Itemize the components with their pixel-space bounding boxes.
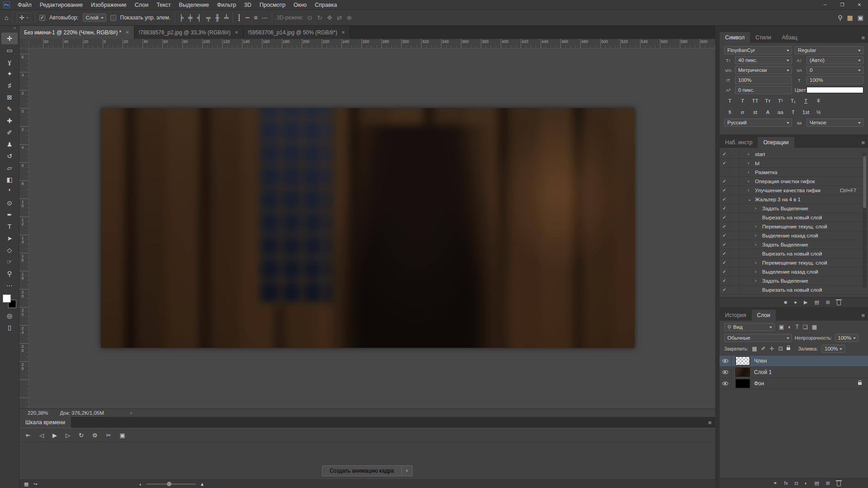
actions-scrollbar[interactable] <box>863 152 867 288</box>
new-group-icon[interactable]: ▤ <box>814 481 819 486</box>
workspace-icon[interactable]: ▦ <box>847 14 853 21</box>
underline-button[interactable]: T <box>800 96 811 105</box>
frame-tool[interactable]: ⊠ <box>1 91 18 103</box>
action-dialog-toggle[interactable] <box>730 204 740 213</box>
path-selection-tool[interactable]: ➤ <box>1 232 18 244</box>
action-dialog-toggle[interactable] <box>730 168 740 176</box>
action-check-icon[interactable]: ✓ <box>720 222 730 231</box>
filter-pixel-icon[interactable]: ▣ <box>779 324 784 330</box>
action-check-icon[interactable]: ✓ <box>720 186 730 194</box>
marquee-tool[interactable]: ▭ <box>1 44 18 56</box>
delete-action-icon[interactable] <box>837 301 841 305</box>
timeline-tab[interactable]: Шкала времени <box>19 417 71 428</box>
action-row[interactable]: ✓ Вырезать на новый слой <box>720 213 868 222</box>
canvas-image[interactable] <box>101 108 635 348</box>
horizontal-scale-field[interactable]: 100% <box>806 76 863 84</box>
more-options-icon[interactable]: ⋯ <box>261 14 268 21</box>
action-check-icon[interactable]: ✓ <box>720 204 730 213</box>
panel-tab[interactable]: Стили <box>750 32 777 43</box>
panel-tab[interactable]: История <box>720 310 752 321</box>
layer-thumbnail[interactable] <box>735 356 750 365</box>
ordinals-button[interactable]: 1st <box>800 108 811 116</box>
action-expand-icon[interactable]: › <box>748 152 755 156</box>
action-dialog-toggle[interactable] <box>730 222 740 231</box>
action-check-icon[interactable]: ✓ <box>720 231 730 240</box>
text-color-swatch[interactable] <box>806 87 863 93</box>
previous-frame-icon[interactable]: ◁ <box>39 432 44 438</box>
minimize-button[interactable]: ─ <box>816 0 834 9</box>
contextual-alternates-button[interactable]: ơ <box>737 108 748 116</box>
action-dialog-toggle[interactable] <box>730 249 740 258</box>
action-expand-icon[interactable]: › <box>755 269 762 274</box>
action-row[interactable]: ✓ Вырезать на новый слой <box>720 285 868 294</box>
action-expand-icon[interactable]: › <box>748 179 755 184</box>
layer-style-icon[interactable]: fx <box>784 481 788 486</box>
document-tab[interactable]: !78838576_p2.jpg @ 33,3% (RGB/8#) ✕ <box>134 26 243 39</box>
zoom-in-icon[interactable]: ▲ <box>200 481 205 487</box>
current-tool-preset[interactable]: ✛ ˅ <box>17 13 30 23</box>
lock-transparency-icon[interactable]: ▦ <box>752 346 757 351</box>
lock-position-icon[interactable]: ✛ <box>770 346 774 351</box>
swash-button[interactable]: A <box>762 108 773 116</box>
play-icon[interactable]: ▶ <box>52 432 57 438</box>
action-row[interactable]: ✓ › start <box>720 150 868 159</box>
blur-tool[interactable]: ❜ <box>1 185 18 197</box>
filter-type-select[interactable]: ⚲ Вид <box>724 323 775 331</box>
action-dialog-toggle[interactable] <box>730 186 740 194</box>
lock-artboard-icon[interactable]: ⊡ <box>778 346 783 351</box>
action-check-icon[interactable]: ✓ <box>720 267 730 276</box>
hand-tool[interactable]: ☞ <box>1 256 18 268</box>
clone-stamp-tool[interactable]: ♟ <box>1 138 18 150</box>
panel-tab[interactable]: Наб. инстр <box>720 137 758 148</box>
align-h-centers-icon[interactable]: ╪ <box>188 14 193 21</box>
action-row[interactable]: ✓ › Улучшение качества гифки Ctrl+F7 <box>720 186 868 195</box>
stop-icon[interactable]: ■ <box>784 300 787 305</box>
action-check-icon[interactable]: ✓ <box>720 276 730 285</box>
action-expand-icon[interactable]: › <box>748 170 755 175</box>
loop-icon[interactable]: ↻ <box>79 432 84 438</box>
menu-item[interactable]: Справка <box>311 0 341 10</box>
action-check-icon[interactable]: ✓ <box>720 258 730 267</box>
type-tool[interactable]: T <box>1 221 18 232</box>
new-set-icon[interactable]: ▤ <box>814 300 819 305</box>
action-dialog-toggle[interactable] <box>730 159 740 167</box>
action-dialog-toggle[interactable] <box>730 276 740 285</box>
capture-icon[interactable]: ▣ <box>858 14 863 21</box>
home-icon[interactable]: ⌂ <box>5 14 8 21</box>
quick-mask-icon[interactable]: ◎ <box>1 310 18 322</box>
blend-mode-select[interactable]: Обычные <box>724 334 792 342</box>
menu-item[interactable]: 3D <box>240 0 256 10</box>
menu-item[interactable]: Окно <box>289 0 311 10</box>
action-check-icon[interactable] <box>720 168 730 176</box>
action-row[interactable]: ✓ › Операция очистки гифок <box>720 177 868 186</box>
dodge-tool[interactable]: ⊙ <box>1 197 18 209</box>
eyedropper-tool[interactable]: ✎ <box>1 103 18 115</box>
distribute-vertical-icon[interactable]: ┋ <box>237 14 241 21</box>
filter-shape-icon[interactable]: ❑ <box>803 324 808 330</box>
discretionary-ligatures-button[interactable]: st <box>749 108 761 116</box>
action-expand-icon[interactable]: › <box>755 242 762 247</box>
action-expand-icon[interactable]: › <box>755 224 762 229</box>
split-clip-icon[interactable]: ✂ <box>106 432 111 438</box>
panel-menu-icon[interactable]: ≡ <box>708 419 711 426</box>
align-right-edges-icon[interactable]: ╡ <box>197 14 202 21</box>
strikethrough-button[interactable]: T <box>813 96 824 105</box>
screen-mode-icon[interactable]: ▯ <box>1 322 18 333</box>
align-bottom-edges-icon[interactable]: ╧ <box>224 14 228 21</box>
lock-pixels-icon[interactable]: ✐ <box>761 346 766 351</box>
lasso-tool[interactable]: ɣ <box>1 56 18 68</box>
action-expand-icon[interactable]: › <box>748 188 755 193</box>
baseline-shift-field[interactable]: 0 пикс. <box>735 86 792 94</box>
layer-thumbnail[interactable] <box>735 368 750 377</box>
faux-bold-button[interactable]: T <box>724 96 735 105</box>
menu-item[interactable]: Выделение <box>175 0 213 10</box>
anti-alias-select[interactable]: Четкое <box>806 118 863 127</box>
align-v-centers-icon[interactable]: ╫ <box>215 14 220 21</box>
action-row[interactable]: ✓ › Задать Выделение <box>720 276 868 285</box>
transition-icon[interactable]: ▣ <box>119 432 125 438</box>
action-dialog-toggle[interactable] <box>730 213 740 222</box>
distribute-horizontal-icon[interactable]: ┉ <box>246 14 249 21</box>
pen-tool[interactable]: ✒ <box>1 209 18 221</box>
crop-tool[interactable]: ♯ <box>1 80 18 91</box>
action-check-icon[interactable]: ✓ <box>720 195 730 204</box>
